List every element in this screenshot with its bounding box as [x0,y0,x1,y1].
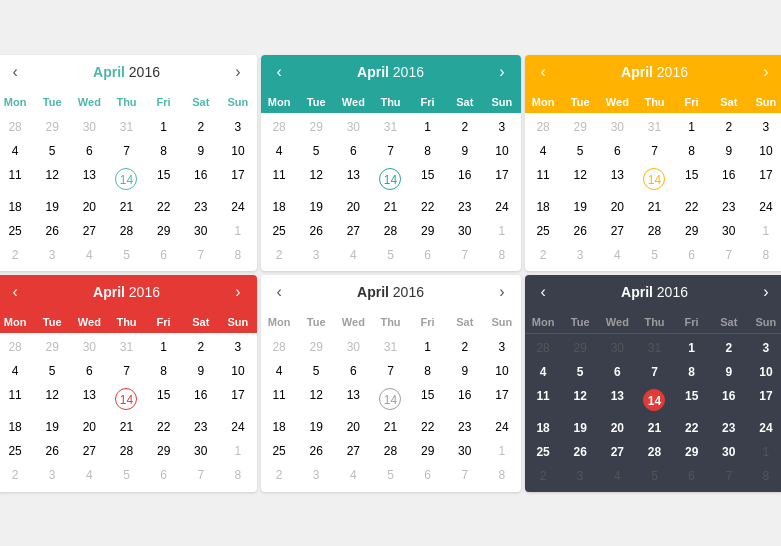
cal-cell[interactable]: 31 [636,115,673,139]
cal-cell[interactable]: 11 [261,163,298,195]
cal-cell[interactable]: 29 [562,115,599,139]
cal-cell[interactable]: 10 [483,139,520,163]
cal-cell[interactable]: 10 [219,359,256,383]
cal-cell[interactable]: 2 [710,336,747,360]
cal-cell[interactable]: 8 [673,360,710,384]
cal-cell[interactable]: 15 [673,163,710,195]
cal-cell[interactable]: 28 [372,219,409,243]
cal-cell[interactable]: 7 [636,139,673,163]
cal-cell[interactable]: 29 [673,219,710,243]
cal-cell[interactable]: 5 [298,139,335,163]
cal-cell[interactable]: 7 [372,139,409,163]
cal-cell[interactable]: 5 [34,139,71,163]
cal-cell[interactable]: 27 [599,219,636,243]
cal-cell[interactable]: 22 [145,415,182,439]
cal-cell[interactable]: 8 [673,139,710,163]
cal-cell[interactable]: 1 [219,439,256,463]
cal-cell[interactable]: 1 [409,115,446,139]
cal-cell[interactable]: 4 [335,243,372,267]
cal-cell[interactable]: 6 [673,464,710,488]
cal-cell[interactable]: 14 [636,384,673,416]
cal-cell[interactable]: 14 [636,163,673,195]
cal-cell[interactable]: 2 [710,115,747,139]
cal-cell[interactable]: 25 [261,439,298,463]
cal-cell[interactable]: 22 [145,195,182,219]
cal-cell[interactable]: 27 [335,439,372,463]
cal-cell[interactable]: 19 [34,415,71,439]
cal-cell[interactable]: 26 [562,219,599,243]
cal-cell[interactable]: 30 [182,439,219,463]
cal-cell[interactable]: 5 [108,243,145,267]
cal-cell[interactable]: 23 [446,195,483,219]
cal-cell[interactable]: 3 [219,335,256,359]
cal-cell[interactable]: 20 [335,415,372,439]
cal-cell[interactable]: 4 [71,243,108,267]
cal-cell[interactable]: 16 [182,383,219,415]
cal-cell[interactable]: 28 [636,440,673,464]
cal-cell[interactable]: 4 [525,360,562,384]
cal-cell[interactable]: 6 [599,139,636,163]
cal-cell[interactable]: 24 [219,195,256,219]
cal-cell[interactable]: 28 [525,336,562,360]
next-month-btn[interactable]: › [759,63,772,81]
cal-cell[interactable]: 2 [261,243,298,267]
cal-cell[interactable]: 1 [145,115,182,139]
cal-cell[interactable]: 20 [71,195,108,219]
cal-cell[interactable]: 3 [747,336,781,360]
cal-cell[interactable]: 29 [409,439,446,463]
cal-cell[interactable]: 29 [562,336,599,360]
cal-cell[interactable]: 30 [446,219,483,243]
cal-cell[interactable]: 30 [599,336,636,360]
cal-cell[interactable]: 26 [298,219,335,243]
cal-cell[interactable]: 6 [71,359,108,383]
cal-cell[interactable]: 2 [525,464,562,488]
cal-cell[interactable]: 4 [71,463,108,487]
cal-cell[interactable]: 4 [599,243,636,267]
cal-cell[interactable]: 2 [182,335,219,359]
cal-cell[interactable]: 22 [673,416,710,440]
cal-cell[interactable]: 10 [747,139,781,163]
cal-cell[interactable]: 30 [446,439,483,463]
cal-cell[interactable]: 7 [710,243,747,267]
cal-cell[interactable]: 13 [71,383,108,415]
cal-cell[interactable]: 8 [747,464,781,488]
cal-cell[interactable]: 6 [335,359,372,383]
cal-cell[interactable]: 31 [636,336,673,360]
cal-cell[interactable]: 27 [335,219,372,243]
cal-cell[interactable]: 17 [747,163,781,195]
cal-cell[interactable]: 3 [34,243,71,267]
cal-cell[interactable]: 9 [710,360,747,384]
cal-cell[interactable]: 1 [483,439,520,463]
cal-cell[interactable]: 5 [34,359,71,383]
cal-cell[interactable]: 1 [145,335,182,359]
cal-cell[interactable]: 6 [145,463,182,487]
cal-cell[interactable]: 25 [525,219,562,243]
next-month-btn[interactable]: › [495,63,508,81]
cal-cell[interactable]: 24 [219,415,256,439]
cal-cell[interactable]: 5 [562,360,599,384]
cal-cell[interactable]: 22 [409,195,446,219]
cal-cell[interactable]: 9 [710,139,747,163]
cal-cell[interactable]: 5 [108,463,145,487]
cal-cell[interactable]: 13 [71,163,108,195]
cal-cell[interactable]: 2 [525,243,562,267]
cal-cell[interactable]: 31 [108,115,145,139]
cal-cell[interactable]: 12 [562,384,599,416]
cal-cell[interactable]: 14 [372,383,409,415]
cal-cell[interactable]: 27 [599,440,636,464]
cal-cell[interactable]: 20 [599,416,636,440]
cal-cell[interactable]: 9 [182,359,219,383]
cal-cell[interactable]: 5 [298,359,335,383]
next-month-btn[interactable]: › [231,283,244,301]
cal-cell[interactable]: 7 [446,243,483,267]
cal-cell[interactable]: 6 [409,243,446,267]
cal-cell[interactable]: 12 [34,383,71,415]
cal-cell[interactable]: 2 [446,335,483,359]
cal-cell[interactable]: 21 [372,195,409,219]
cal-cell[interactable]: 24 [747,416,781,440]
cal-cell[interactable]: 15 [145,163,182,195]
cal-cell[interactable]: 15 [409,383,446,415]
cal-cell[interactable]: 21 [108,415,145,439]
cal-cell[interactable]: 25 [525,440,562,464]
cal-cell[interactable]: 6 [71,139,108,163]
